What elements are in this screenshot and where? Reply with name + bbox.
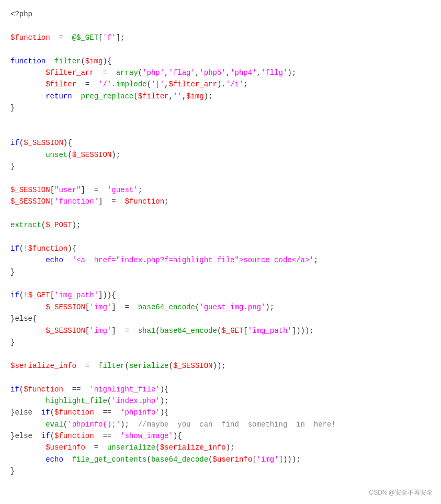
code-line: }else if($function == 'show_image'){ (10, 430, 431, 442)
code-line: $filter_arr = array('php','flag','php5',… (10, 67, 431, 79)
code-line: echo '<a href="index.php?f=highlight_fil… (10, 254, 431, 266)
watermark: CSDN @安全不再安全 (369, 488, 433, 498)
code-line: extract($_POST); (10, 219, 431, 231)
code-line: highlight_file('index.php'); (10, 395, 431, 407)
code-line: } (10, 161, 431, 172)
code-line: $_SESSION['img'] = base64_encode('guest_… (10, 301, 431, 313)
code-line (10, 20, 431, 31)
code-block: <?php $function = @$_GET['f']; function … (10, 8, 431, 477)
code-line: $function = @$_GET['f']; (10, 32, 431, 43)
code-line (10, 172, 431, 184)
code-line: if($function == 'highlight_file'){ (10, 384, 431, 395)
code-line: } (10, 102, 431, 114)
code-line: } (10, 465, 431, 477)
code-line: }else if($function == 'phpinfo'){ (10, 407, 431, 418)
code-line (10, 208, 431, 219)
code-line: if(!$_GET['img_path'])){ (10, 289, 431, 301)
code-line: $userinfo = unserialize($serialize_info)… (10, 442, 431, 453)
code-line (10, 114, 431, 126)
code-line: if(!$function){ (10, 243, 431, 254)
code-line (10, 372, 431, 383)
code-line: function filter($img){ (10, 55, 431, 67)
code-line (10, 348, 431, 360)
code-line: $_SESSION['img'] = sha1(base64_encode($_… (10, 325, 431, 337)
code-container: <?php $function = @$_GET['f']; function … (0, 0, 441, 504)
code-line: $_SESSION["user"] = 'guest'; (10, 184, 431, 196)
code-line: if($_SESSION){ (10, 137, 431, 149)
code-line: $filter = '/'.implode('|',$filter_arr).'… (10, 79, 431, 90)
code-line: eval('phpinfo();'); //maybe you can find… (10, 419, 431, 430)
code-line (10, 43, 431, 55)
code-line: } (10, 337, 431, 348)
code-line: echo file_get_contents(base64_decode($us… (10, 454, 431, 465)
code-line: return preg_replace($filter,'',$img); (10, 91, 431, 102)
code-line: } (10, 266, 431, 278)
code-line (10, 126, 431, 137)
code-line: $_SESSION['function'] = $function; (10, 196, 431, 207)
code-line: unset($_SESSION); (10, 149, 431, 161)
code-line: }else{ (10, 313, 431, 324)
code-line (10, 231, 431, 242)
code-line: $serialize_info = filter(serialize($_SES… (10, 360, 431, 372)
code-line: <?php (10, 8, 431, 20)
code-line (10, 278, 431, 289)
